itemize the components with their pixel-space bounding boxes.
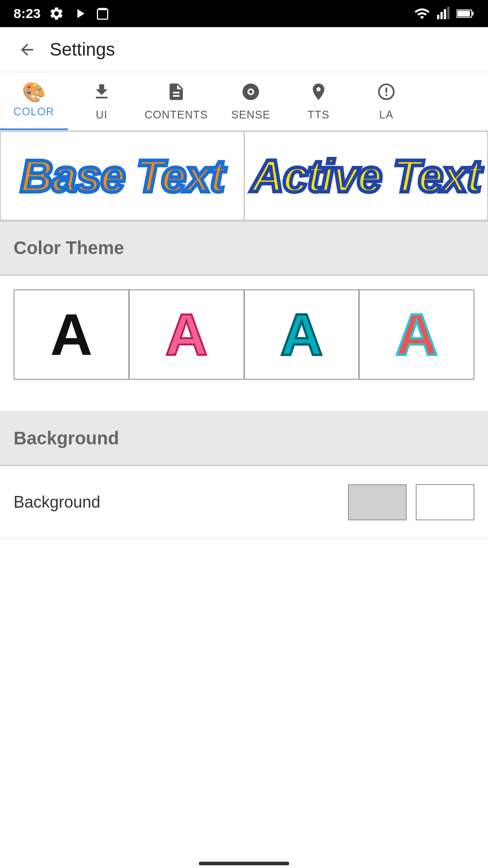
background-header: Background xyxy=(0,411,488,465)
la-icon xyxy=(376,82,396,105)
page-title: Settings xyxy=(50,39,115,60)
active-text-preview: Active Text xyxy=(251,150,481,202)
tab-la[interactable]: LA xyxy=(352,72,420,130)
status-bar: 8:23 xyxy=(0,0,488,27)
tab-contents-label: CONTENTS xyxy=(145,108,208,121)
theme-letter-pink: A xyxy=(165,305,208,364)
home-indicator xyxy=(199,862,289,865)
status-time: 8:23 xyxy=(14,6,41,21)
status-left: 8:23 xyxy=(14,6,109,21)
tab-tts-label: TTS xyxy=(308,108,329,121)
status-right xyxy=(414,5,474,22)
background-section: Background Background xyxy=(0,411,488,539)
gear-icon xyxy=(49,6,64,21)
tab-color-label: COLOR xyxy=(14,105,54,118)
background-title: Background xyxy=(14,428,119,448)
gray-swatch[interactable] xyxy=(348,484,407,520)
ui-icon xyxy=(92,82,112,105)
bottom-bar xyxy=(0,859,488,868)
signal-icon xyxy=(436,5,450,22)
tab-contents[interactable]: CONTENTS xyxy=(136,72,217,130)
theme-option-teal[interactable]: A xyxy=(244,289,359,380)
background-label: Background xyxy=(14,493,100,512)
wifi-icon xyxy=(414,5,430,22)
theme-letter-coral: A xyxy=(395,305,438,364)
background-swatches xyxy=(348,484,474,520)
battery-icon xyxy=(456,7,474,20)
color-theme-title: Color Theme xyxy=(14,238,124,258)
clipboard-icon xyxy=(96,6,109,21)
top-bar: Settings xyxy=(0,27,488,72)
tab-sense[interactable]: SENSE xyxy=(217,72,285,130)
tab-ui-label: UI xyxy=(96,108,108,121)
contents-icon xyxy=(166,82,186,105)
base-text-preview-box[interactable]: Base Text xyxy=(0,131,244,221)
tab-color[interactable]: 🎨 COLOR xyxy=(0,72,68,130)
background-row: Background xyxy=(0,466,488,539)
svg-point-9 xyxy=(249,90,252,93)
base-text-preview: Base Text xyxy=(20,150,224,202)
theme-letter-black: A xyxy=(50,305,93,364)
theme-letter-teal: A xyxy=(280,305,323,364)
back-button[interactable] xyxy=(14,36,41,63)
svg-rect-1 xyxy=(98,9,108,19)
tab-tts[interactable]: TTS xyxy=(285,72,352,130)
sense-icon xyxy=(241,82,261,105)
svg-rect-7 xyxy=(472,12,474,15)
svg-rect-4 xyxy=(444,9,446,19)
tab-sense-label: SENSE xyxy=(231,108,270,121)
tab-ui[interactable]: UI xyxy=(68,72,136,130)
tab-bar: 🎨 COLOR UI CONTENTS SENSE xyxy=(0,72,488,131)
preview-section: Base Text Active Text xyxy=(0,131,488,222)
palette-icon: 🎨 xyxy=(22,83,46,102)
play-icon xyxy=(72,6,88,21)
svg-rect-3 xyxy=(441,12,443,19)
white-swatch[interactable] xyxy=(416,484,474,520)
tts-icon xyxy=(309,82,328,105)
theme-option-pink[interactable]: A xyxy=(129,289,244,380)
theme-option-coral[interactable]: A xyxy=(359,289,474,380)
tab-la-label: LA xyxy=(379,108,393,121)
color-theme-header: Color Theme xyxy=(0,222,488,275)
svg-rect-5 xyxy=(447,7,450,19)
svg-rect-8 xyxy=(457,11,470,16)
svg-rect-2 xyxy=(437,15,439,19)
active-text-preview-box[interactable]: Active Text xyxy=(244,131,488,221)
color-theme-options: A A A A xyxy=(0,276,488,393)
theme-option-black[interactable]: A xyxy=(14,289,129,380)
